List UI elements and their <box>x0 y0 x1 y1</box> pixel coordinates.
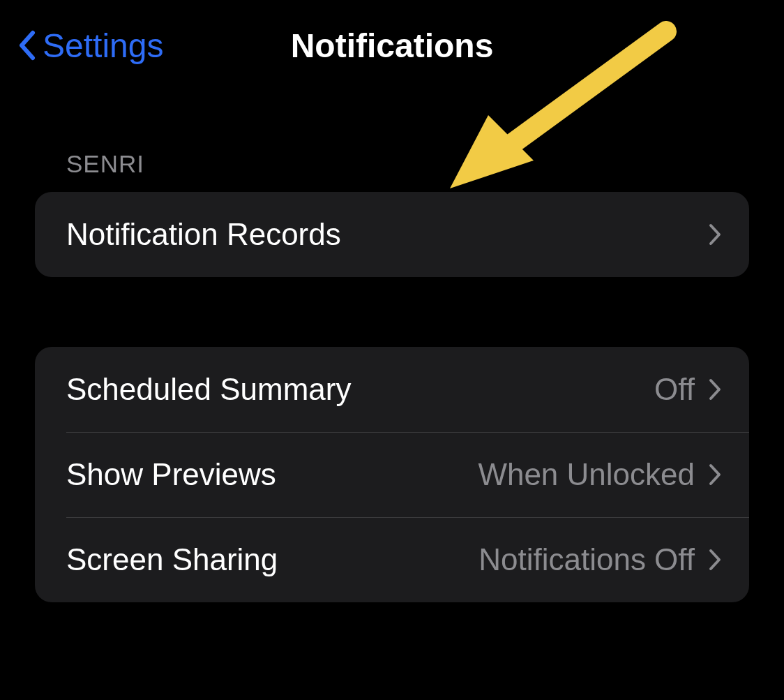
row-label: Notification Records <box>66 217 341 252</box>
row-label: Screen Sharing <box>66 542 278 577</box>
chevron-left-icon <box>17 29 37 62</box>
navigation-bar: Settings Notifications <box>0 0 784 84</box>
back-label: Settings <box>43 27 163 65</box>
row-show-previews[interactable]: Show Previews When Unlocked <box>35 432 749 517</box>
row-value: Notifications Off <box>478 542 695 577</box>
chevron-right-icon <box>707 547 723 572</box>
row-accessory: When Unlocked <box>478 457 723 492</box>
chevron-right-icon <box>707 462 723 487</box>
row-accessory: Notifications Off <box>478 542 723 577</box>
section-header-senri: SENRI <box>35 84 749 192</box>
row-value: Off <box>654 372 695 407</box>
list-group-general: Scheduled Summary Off Show Previews When… <box>35 347 749 602</box>
row-accessory: Off <box>654 372 723 407</box>
row-scheduled-summary[interactable]: Scheduled Summary Off <box>35 347 749 432</box>
row-accessory <box>707 222 723 247</box>
row-screen-sharing[interactable]: Screen Sharing Notifications Off <box>35 517 749 602</box>
chevron-right-icon <box>707 377 723 402</box>
list-group-senri: Notification Records <box>35 192 749 277</box>
row-notification-records[interactable]: Notification Records <box>35 192 749 277</box>
back-button[interactable]: Settings <box>17 27 163 65</box>
row-label: Show Previews <box>66 457 276 492</box>
chevron-right-icon <box>707 222 723 247</box>
row-label: Scheduled Summary <box>66 372 351 407</box>
row-value: When Unlocked <box>478 457 695 492</box>
